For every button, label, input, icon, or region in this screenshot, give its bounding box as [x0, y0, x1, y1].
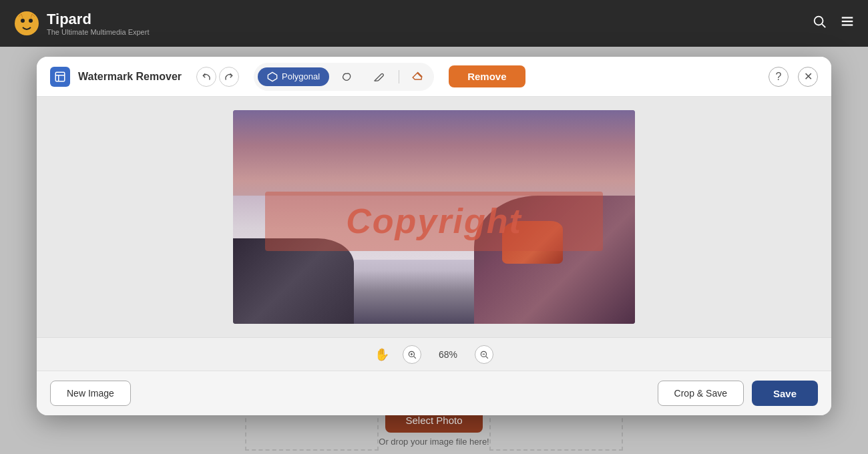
- modal-logo-icon: [50, 67, 70, 87]
- brand-tagline: The Ultimate Multimedia Expert: [47, 28, 149, 36]
- modal-header-right: ? ✕: [769, 67, 818, 87]
- modal-header: Watermark Remover: [37, 57, 831, 97]
- menu-icon[interactable]: [840, 14, 855, 33]
- brand-name: Tipard: [47, 11, 149, 28]
- top-bar: Tipard The Ultimate Multimedia Expert: [0, 0, 868, 47]
- tool-separator: [399, 70, 399, 83]
- svg-marker-9: [268, 72, 276, 81]
- save-button[interactable]: Save: [752, 381, 818, 406]
- svg-line-14: [414, 356, 416, 358]
- tools-group: Polygonal: [254, 63, 434, 91]
- crop-save-button[interactable]: Crop & Save: [658, 381, 744, 406]
- brand-info: Tipard The Ultimate Multimedia Expert: [47, 11, 149, 36]
- brush-tool-button[interactable]: [364, 67, 393, 86]
- hand-tool-icon[interactable]: ✋: [375, 347, 389, 362]
- watermark-overlay: Copyright: [265, 192, 603, 252]
- svg-line-17: [486, 356, 488, 358]
- search-icon[interactable]: [812, 14, 827, 33]
- redo-button[interactable]: [219, 67, 239, 87]
- main-background: Select Photo Or drop your image file her…: [0, 47, 868, 454]
- undo-button[interactable]: [196, 67, 216, 87]
- undo-redo-group: [196, 67, 239, 87]
- svg-point-2: [29, 19, 33, 23]
- main-image: Copyright: [233, 110, 635, 324]
- remove-button[interactable]: Remove: [449, 65, 525, 87]
- watermark-remover-modal: Watermark Remover: [37, 57, 831, 415]
- zoom-in-button[interactable]: [403, 345, 421, 364]
- polygonal-label: Polygonal: [282, 71, 320, 81]
- svg-rect-8: [55, 72, 65, 81]
- brand-area: Tipard The Ultimate Multimedia Expert: [13, 10, 149, 37]
- footer-buttons: New Image Crop & Save Save: [37, 371, 831, 415]
- zoom-toolbar: ✋ 68%: [37, 337, 831, 371]
- zoom-level: 68%: [435, 349, 461, 360]
- lasso-tool-button[interactable]: [332, 67, 361, 86]
- svg-point-1: [21, 19, 25, 23]
- svg-point-0: [15, 11, 39, 35]
- footer-right-buttons: Crop & Save Save: [658, 381, 818, 406]
- zoom-out-button[interactable]: [475, 345, 493, 364]
- svg-line-4: [822, 24, 825, 27]
- app-logo: [13, 10, 40, 37]
- watermark-text: Copyright: [346, 201, 522, 241]
- close-button[interactable]: ✕: [798, 67, 818, 87]
- polygonal-tool-button[interactable]: Polygonal: [258, 67, 329, 86]
- image-area: Copyright: [37, 97, 831, 337]
- modal-title: Watermark Remover: [78, 71, 182, 83]
- new-image-button[interactable]: New Image: [50, 381, 131, 406]
- modal-overlay: Watermark Remover: [0, 47, 868, 454]
- image-rocks-left: [233, 238, 354, 324]
- eraser-tool-button[interactable]: [405, 65, 430, 88]
- help-button[interactable]: ?: [769, 67, 789, 87]
- svg-point-3: [815, 17, 823, 25]
- image-container: Copyright: [233, 110, 635, 324]
- top-bar-actions: [812, 14, 855, 33]
